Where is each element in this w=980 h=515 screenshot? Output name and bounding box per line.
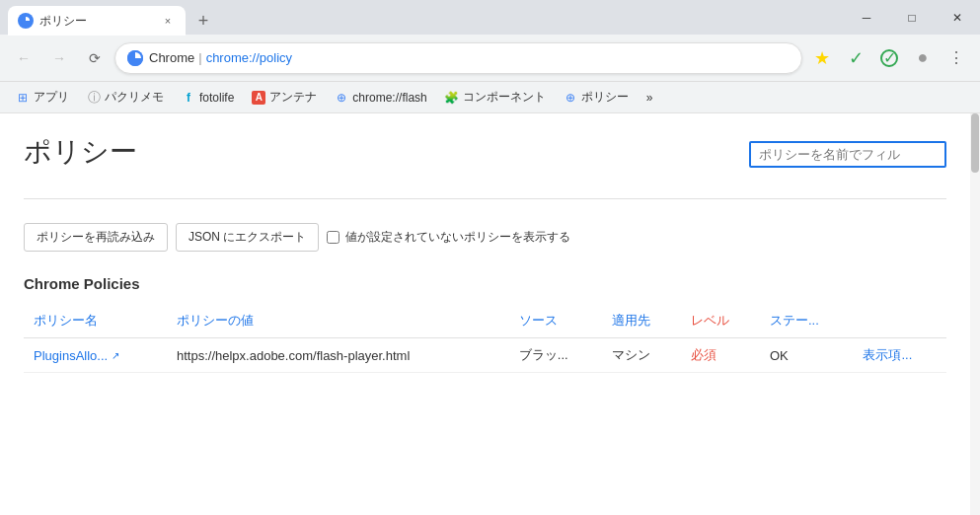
col-header-action [853, 304, 946, 338]
policy-filter-input[interactable] [749, 141, 946, 168]
col-header-name: ポリシー名 [24, 304, 167, 338]
bookmark-fotolife[interactable]: f fotolife [174, 87, 242, 109]
active-tab[interactable]: ポリシー × [8, 6, 186, 36]
back-button[interactable]: ← [8, 42, 39, 74]
scrollbar[interactable] [970, 113, 980, 515]
bookmark-apps-label: アプリ [34, 89, 69, 106]
policy-target-cell: マシン [602, 338, 681, 373]
policy-status-cell: OK [760, 338, 854, 373]
bookmark-flash-label: chrome://flash [352, 91, 426, 105]
antenna-icon: A [252, 91, 265, 105]
bookmark-antenna[interactable]: A アンテナ [244, 85, 325, 110]
toolbar-icons: ★ ✓ ✓ ● ⋮ [806, 42, 972, 74]
menu-dots-icon: ⋮ [948, 48, 965, 67]
apps-icon: ⊞ [16, 91, 30, 105]
policy-name-text: PluginsAllo... [34, 348, 108, 363]
profile-button[interactable]: ● [907, 42, 939, 74]
bookmark-pakurimemo-label: パクリメモ [105, 89, 164, 106]
bookmark-star-button[interactable]: ★ [806, 42, 838, 74]
reload-button[interactable]: ⟳ [79, 42, 111, 74]
export-json-button[interactable]: JSON にエクスポート [176, 223, 319, 252]
minimize-button[interactable]: ─ [844, 0, 889, 35]
show-unset-checkbox-label[interactable]: 値が設定されていないポリシーを表示する [327, 229, 570, 246]
reload-policy-button[interactable]: ポリシーを再読み込み [24, 223, 168, 252]
show-unset-checkbox[interactable] [327, 231, 339, 244]
tab-close-btn[interactable]: × [160, 13, 176, 29]
bookmark-flash[interactable]: ⊕ chrome://flash [327, 87, 434, 109]
tab-favicon [18, 13, 34, 29]
bookmarks-bar: ⊞ アプリ ⓘ パクリメモ f fotolife A アンテナ ⊕ chrome… [0, 82, 980, 113]
ext1-icon: ✓ [849, 47, 864, 69]
address-site-name: Chrome [149, 50, 194, 65]
policy-table: ポリシー名 ポリシーの値 ソース 適用先 レベル ステー... PluginsA… [24, 304, 946, 373]
flash-icon: ⊕ [335, 91, 348, 105]
window-controls: ─ □ ✕ [844, 0, 980, 35]
fotolife-icon: f [182, 91, 195, 105]
table-header-row: ポリシー名 ポリシーの値 ソース 適用先 レベル ステー... [24, 304, 946, 338]
col-header-target: 適用先 [602, 304, 681, 338]
scrollbar-thumb[interactable] [971, 113, 979, 173]
star-icon: ★ [814, 47, 830, 69]
content-area: ポリシー ポリシーを再読み込み JSON にエクスポート 値が設定されていないポ… [0, 113, 970, 515]
bookmark-apps[interactable]: ⊞ アプリ [8, 85, 77, 110]
profile-icon: ● [918, 47, 929, 68]
address-text: Chrome|chrome://policy [149, 50, 790, 65]
site-icon [127, 50, 143, 66]
policy-detail-cell: 表示項... [853, 338, 946, 373]
pakurimemo-icon: ⓘ [87, 91, 101, 105]
page-title: ポリシー [24, 133, 137, 171]
policy-bookmark-icon: ⊕ [564, 91, 577, 105]
tab-title: ポリシー [39, 13, 154, 30]
ext2-icon: ✓ [880, 49, 898, 67]
bookmark-pakurimemo[interactable]: ⓘ パクリメモ [79, 85, 172, 110]
col-header-level: レベル [681, 304, 760, 338]
bookmark-fotolife-label: fotolife [199, 91, 234, 105]
title-bar: ポリシー × + ─ □ ✕ [0, 0, 980, 35]
component-icon: 🧩 [445, 91, 459, 105]
address-separator: | [198, 50, 201, 65]
extension1-button[interactable]: ✓ [840, 42, 871, 74]
address-bar[interactable]: Chrome|chrome://policy [114, 42, 802, 74]
bookmark-component-label: コンポーネント [463, 89, 546, 106]
policy-level-cell: 必須 [681, 338, 760, 373]
new-tab-button[interactable]: + [189, 7, 217, 35]
col-header-source: ソース [509, 304, 603, 338]
address-url: chrome://policy [206, 50, 292, 65]
policy-name-cell: PluginsAllo... ↗ [24, 338, 167, 373]
address-bar-row: ← → ⟳ Chrome|chrome://policy ★ ✓ ✓ ● ⋮ [0, 35, 980, 82]
policy-value-cell: https://helpx.adobe.com/flash-player.htm… [167, 338, 509, 373]
main-content: ポリシー ポリシーを再読み込み JSON にエクスポート 値が設定されていないポ… [0, 113, 980, 515]
buttons-row: ポリシーを再読み込み JSON にエクスポート 値が設定されていないポリシーを表… [24, 223, 946, 252]
forward-button[interactable]: → [43, 42, 75, 74]
bookmark-policy-label: ポリシー [581, 89, 629, 106]
close-button[interactable]: ✕ [935, 0, 980, 35]
bookmark-component[interactable]: 🧩 コンポーネント [437, 85, 554, 110]
bookmark-antenna-label: アンテナ [269, 89, 317, 106]
tab-strip: ポリシー × + [0, 0, 217, 35]
menu-button[interactable]: ⋮ [941, 42, 972, 74]
col-header-value: ポリシーの値 [167, 304, 509, 338]
maximize-button[interactable]: □ [889, 0, 935, 35]
bookmark-more[interactable]: » [639, 87, 661, 109]
section-title: Chrome Policies [24, 275, 946, 292]
policy-name-link[interactable]: PluginsAllo... ↗ [34, 348, 157, 363]
more-bookmarks-icon: » [646, 91, 653, 105]
bookmark-policy[interactable]: ⊕ ポリシー [556, 85, 637, 110]
extension2-button[interactable]: ✓ [873, 42, 905, 74]
col-header-status: ステー... [760, 304, 854, 338]
external-link-icon: ↗ [112, 350, 119, 361]
policy-source-cell: ブラッ... [509, 338, 603, 373]
show-unset-label-text: 値が設定されていないポリシーを表示する [345, 229, 570, 246]
table-row: PluginsAllo... ↗ https://helpx.adobe.com… [24, 338, 946, 373]
policy-detail-link[interactable]: 表示項... [863, 347, 912, 362]
